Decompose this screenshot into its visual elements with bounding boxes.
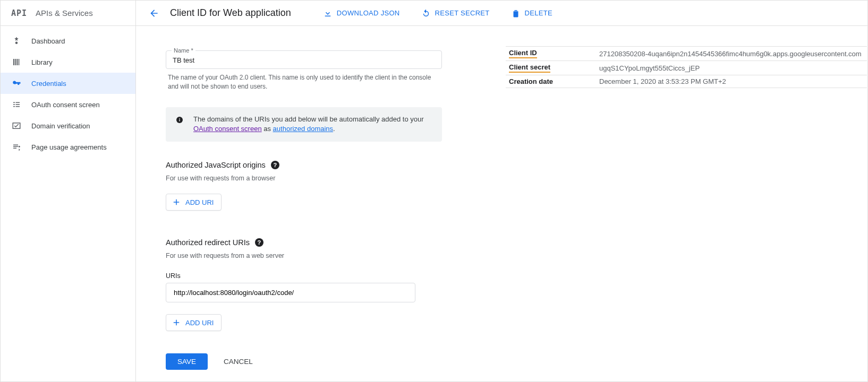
help-icon[interactable]: ? bbox=[271, 161, 279, 169]
nav-item-domain-verification[interactable]: Domain verification bbox=[1, 115, 135, 136]
add-redirect-uri-button[interactable]: ADD URI bbox=[166, 314, 222, 331]
table-row: Client ID 271208350208-4uqan6ipn2n145454… bbox=[506, 47, 867, 61]
nav-label: Library bbox=[31, 58, 53, 66]
check-icon bbox=[11, 121, 22, 131]
api-logo: API bbox=[11, 8, 27, 18]
nav-label: Credentials bbox=[31, 80, 66, 88]
oauth-consent-link[interactable]: OAuth consent screen bbox=[193, 125, 262, 133]
dashboard-icon bbox=[11, 36, 22, 46]
client-secret-value: ugqS1CYpoLmgyt555tCiccs_jEP bbox=[596, 61, 867, 75]
key-icon bbox=[11, 79, 22, 88]
info-box: The domains of the URIs you add below wi… bbox=[166, 107, 442, 142]
svg-rect-4 bbox=[179, 118, 180, 118]
add-js-uri-button[interactable]: ADD URI bbox=[166, 194, 222, 211]
sidebar-title: APIs & Services bbox=[36, 8, 93, 18]
nav-item-library[interactable]: Library bbox=[1, 51, 135, 73]
back-button[interactable] bbox=[149, 8, 159, 19]
table-row: Creation date December 1, 2020 at 3:53:2… bbox=[506, 75, 867, 88]
delete-button[interactable]: DELETE bbox=[506, 5, 558, 21]
table-row: Client secret ugqS1CYpoLmgyt555tCiccs_jE… bbox=[506, 61, 867, 75]
js-origins-sub: For use with requests from a browser bbox=[166, 175, 442, 182]
redirect-sub: For use with requests from a web server bbox=[166, 252, 442, 259]
client-id-value: 271208350208-4uqan6ipn2n1454545366fimc4h… bbox=[596, 47, 867, 61]
consent-icon bbox=[11, 100, 22, 109]
download-label: DOWNLOAD JSON bbox=[337, 9, 400, 17]
page-title: Client ID for Web application bbox=[170, 7, 291, 19]
nav-item-page-usage[interactable]: Page usage agreements bbox=[1, 136, 135, 158]
nav-item-credentials[interactable]: Credentials bbox=[1, 73, 135, 94]
svg-point-0 bbox=[15, 42, 18, 45]
delete-label: DELETE bbox=[525, 9, 552, 17]
save-button[interactable]: SAVE bbox=[166, 353, 208, 370]
name-helper: The name of your OAuth 2.0 client. This … bbox=[168, 73, 440, 91]
uris-label: URIs bbox=[166, 272, 442, 280]
redirect-header: Authorized redirect URIs ? bbox=[166, 238, 442, 247]
client-details-table: Client ID 271208350208-4uqan6ipn2n145454… bbox=[506, 46, 867, 88]
redirect-uri-field[interactable] bbox=[166, 283, 415, 302]
sidebar-header: API APIs & Services bbox=[1, 1, 135, 26]
name-label: Name * bbox=[172, 47, 195, 54]
info-text: The domains of the URIs you add below wi… bbox=[193, 115, 432, 135]
js-origins-title: Authorized JavaScript origins bbox=[166, 161, 266, 169]
sidebar: API APIs & Services Dashboard Library Cr… bbox=[1, 1, 136, 381]
name-field-wrapper[interactable]: Name * bbox=[166, 50, 442, 69]
reset-label: RESET SECRET bbox=[435, 9, 490, 17]
svg-rect-3 bbox=[179, 119, 180, 121]
download-json-button[interactable]: DOWNLOAD JSON bbox=[318, 5, 405, 21]
agreement-icon bbox=[11, 142, 22, 152]
svg-point-1 bbox=[19, 146, 20, 147]
add-uri-label: ADD URI bbox=[185, 319, 214, 327]
library-icon bbox=[11, 57, 22, 67]
add-uri-label: ADD URI bbox=[185, 198, 214, 206]
authorized-domains-link[interactable]: authorized domains bbox=[273, 125, 333, 133]
client-id-label: Client ID bbox=[509, 49, 537, 58]
js-origins-header: Authorized JavaScript origins ? bbox=[166, 161, 442, 169]
nav-label: Dashboard bbox=[31, 37, 65, 45]
client-secret-label: Client secret bbox=[509, 63, 550, 73]
creation-date-value: December 1, 2020 at 3:53:23 PM GMT+2 bbox=[596, 75, 867, 88]
help-icon[interactable]: ? bbox=[255, 238, 263, 247]
creation-date-label: Creation date bbox=[506, 75, 596, 88]
cancel-button[interactable]: CANCEL bbox=[220, 357, 256, 366]
nav-label: OAuth consent screen bbox=[31, 101, 100, 109]
reset-secret-button[interactable]: RESET SECRET bbox=[416, 5, 495, 21]
nav-label: Page usage agreements bbox=[31, 143, 107, 151]
topbar: Client ID for Web application DOWNLOAD J… bbox=[136, 1, 868, 26]
redirect-title: Authorized redirect URIs bbox=[166, 238, 250, 247]
nav-item-oauth-consent[interactable]: OAuth consent screen bbox=[1, 94, 135, 115]
nav-label: Domain verification bbox=[31, 122, 90, 130]
redirect-uri-input[interactable] bbox=[173, 288, 409, 297]
nav-list: Dashboard Library Credentials OAuth cons… bbox=[1, 26, 135, 158]
name-input[interactable] bbox=[173, 55, 435, 65]
nav-item-dashboard[interactable]: Dashboard bbox=[1, 30, 135, 51]
info-icon bbox=[175, 115, 184, 127]
